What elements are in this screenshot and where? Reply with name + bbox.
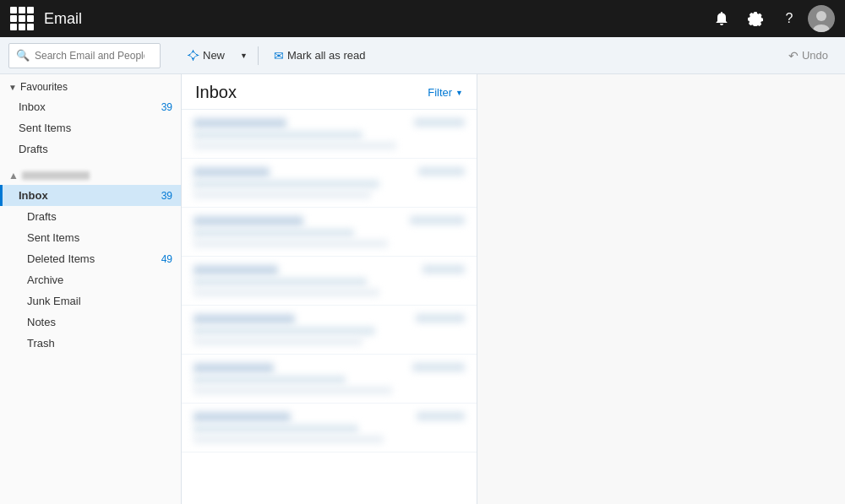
email-item[interactable] (182, 159, 477, 208)
email-date (416, 314, 465, 322)
toolbar: 🔍 ⯎ New ▼ ✉ Mark all as read ↶ Undo (0, 37, 845, 74)
email-row1 (194, 265, 465, 275)
email-item[interactable] (182, 355, 477, 404)
email-date (418, 167, 465, 176)
sidebar-item-junk[interactable]: Junk Email (0, 290, 181, 312)
email-subject (194, 327, 375, 335)
email-preview (194, 387, 392, 394)
email-item[interactable] (182, 257, 477, 306)
email-preview (194, 338, 363, 345)
search-icon: 🔍 (16, 49, 30, 62)
toolbar-separator (258, 46, 259, 65)
email-date (410, 216, 465, 225)
mark-all-read-label: Mark all as read (287, 49, 365, 62)
email-row1 (194, 118, 465, 128)
chevron-icon: ▲ (8, 170, 19, 182)
topbar: Email ? (0, 0, 845, 37)
account-label (22, 171, 90, 180)
sidebar-item-notes-label: Notes (27, 316, 56, 328)
sidebar-item-archive-label: Archive (27, 274, 63, 286)
notifications-button[interactable] (706, 3, 737, 34)
search-input[interactable] (35, 50, 144, 62)
sidebar-item-notes[interactable]: Notes (0, 312, 181, 333)
email-item[interactable] (182, 306, 477, 355)
sidebar-item-fav-drafts[interactable]: Drafts (0, 138, 181, 160)
email-subject (194, 376, 346, 384)
email-sender (194, 167, 270, 177)
waffle-dot (10, 24, 17, 30)
sidebar-item-archive[interactable]: Archive (0, 269, 181, 290)
help-button[interactable]: ? (774, 3, 804, 34)
sidebar-item-fav-inbox[interactable]: Inbox 39 (0, 96, 181, 117)
app-launcher-button[interactable] (10, 7, 34, 30)
sidebar-item-sent[interactable]: Sent Items (0, 227, 181, 248)
email-date (422, 265, 465, 274)
waffle-dot (27, 24, 34, 30)
svg-point-1 (816, 11, 826, 21)
sidebar-item-trash-label: Trash (27, 337, 55, 350)
filter-button[interactable]: Filter ▼ (428, 86, 463, 99)
inbox-title: Inbox (195, 83, 428, 102)
waffle-dot (27, 15, 34, 22)
email-item[interactable] (182, 404, 477, 453)
email-subject (194, 229, 354, 237)
avatar[interactable] (808, 5, 835, 32)
email-sender (194, 412, 291, 422)
chevron-icon: ▼ (8, 83, 17, 92)
waffle-dot (10, 15, 17, 22)
email-row1 (194, 412, 465, 422)
email-preview (194, 191, 371, 198)
new-button-label: New (203, 49, 225, 62)
email-preview (194, 240, 388, 247)
fav-inbox-count: 39 (161, 101, 172, 113)
chevron-down-icon: ▼ (240, 51, 248, 60)
email-row1 (194, 314, 465, 324)
favourites-header[interactable]: ▼ Favourites (0, 74, 181, 96)
new-dropdown-button[interactable]: ▼ (237, 43, 251, 68)
sidebar-item-trash[interactable]: Trash (0, 333, 181, 354)
sidebar-item-fav-drafts-label: Drafts (19, 143, 48, 155)
plus-circle-icon: ⯎ (188, 49, 199, 62)
sidebar-item-drafts[interactable]: Drafts (0, 206, 181, 227)
bell-icon (714, 11, 729, 26)
email-preview (194, 289, 379, 296)
email-subject (194, 278, 367, 286)
account-header[interactable]: ▲ (0, 163, 181, 185)
email-item[interactable] (182, 110, 477, 159)
undo-label: Undo (802, 49, 828, 62)
email-date (414, 118, 465, 127)
email-list-header: Inbox Filter ▼ (182, 74, 477, 110)
email-subject (194, 180, 379, 188)
topbar-icons: ? (706, 3, 835, 34)
deleted-count: 49 (161, 253, 172, 265)
email-subject (194, 131, 363, 139)
email-row1 (194, 216, 465, 226)
sidebar-item-drafts-label: Drafts (27, 210, 57, 223)
email-list-scroll[interactable] (182, 110, 477, 504)
email-item[interactable] (182, 208, 477, 257)
settings-button[interactable] (740, 3, 771, 34)
email-date (417, 412, 465, 420)
email-preview (194, 436, 384, 443)
sidebar-item-fav-sent-label: Sent Items (19, 122, 71, 134)
envelope-icon: ✉ (274, 49, 284, 62)
reading-pane (477, 74, 845, 504)
sidebar-item-sent-label: Sent Items (27, 231, 79, 244)
user-avatar-icon (808, 5, 835, 32)
mark-all-read-button[interactable]: ✉ Mark all as read (265, 43, 373, 68)
undo-icon: ↶ (788, 49, 799, 62)
sidebar-item-junk-label: Junk Email (27, 295, 81, 307)
inbox-count: 39 (161, 190, 172, 202)
new-button[interactable]: ⯎ New (179, 43, 233, 68)
waffle-dot (10, 7, 17, 14)
sidebar-item-fav-sent[interactable]: Sent Items (0, 117, 181, 138)
undo-button[interactable]: ↶ Undo (780, 49, 837, 62)
search-box[interactable]: 🔍 (8, 43, 161, 68)
sidebar-item-inbox[interactable]: Inbox 39 (0, 185, 181, 206)
email-sender (194, 314, 295, 324)
email-preview (194, 142, 396, 149)
sidebar-item-deleted[interactable]: Deleted Items 49 (0, 248, 181, 269)
favourites-label: Favourites (20, 81, 68, 93)
email-row1 (194, 363, 465, 373)
waffle-dot (19, 24, 25, 30)
